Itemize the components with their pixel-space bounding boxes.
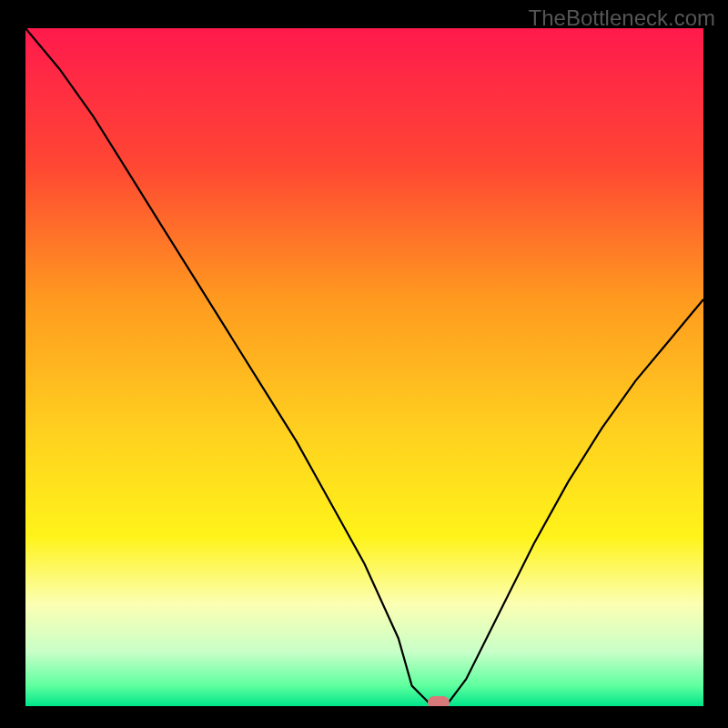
optimal-marker <box>428 696 450 706</box>
watermark-text: TheBottleneck.com <box>529 5 715 31</box>
curve-line <box>25 28 703 706</box>
plot-area <box>25 28 703 706</box>
